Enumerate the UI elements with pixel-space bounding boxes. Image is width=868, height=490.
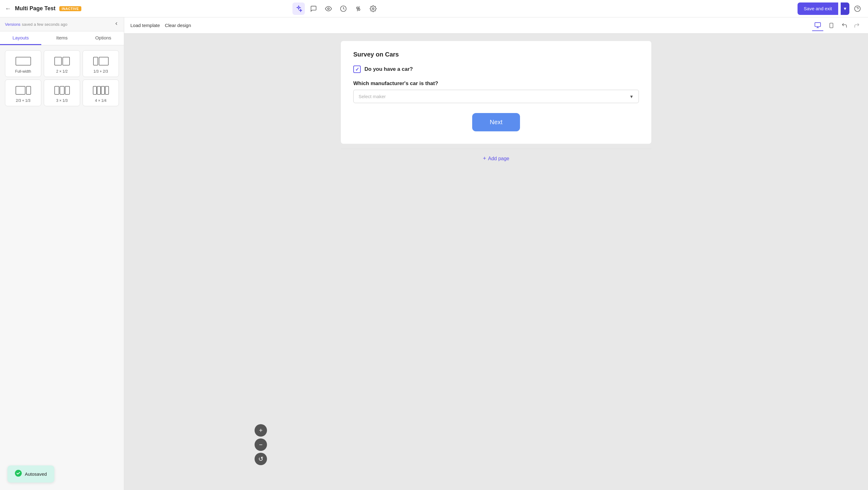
layout-full-width-label: Full-width xyxy=(15,69,31,73)
survey-page: Survey on Cars ✓ Do you have a car? Whic… xyxy=(341,41,651,144)
svg-rect-21 xyxy=(101,86,104,94)
tab-options[interactable]: Options xyxy=(83,31,124,45)
svg-rect-14 xyxy=(16,86,25,94)
mobile-view-button[interactable] xyxy=(826,20,837,31)
help-button[interactable] xyxy=(852,3,863,14)
content-toolbar: Load template Clear design xyxy=(124,18,868,34)
checkbox-check-icon: ✓ xyxy=(355,66,359,72)
svg-rect-23 xyxy=(815,22,820,26)
svg-point-2 xyxy=(356,7,358,9)
zoom-out-button[interactable]: − xyxy=(254,438,267,451)
sidebar-collapse-button[interactable] xyxy=(114,21,119,27)
svg-rect-15 xyxy=(26,86,31,94)
layout-1-3+2-3-icon xyxy=(92,56,110,67)
top-header: ← Multi Page Test INACTIVE xyxy=(0,0,868,18)
layout-3x1-3[interactable]: 3 × 1/3 xyxy=(44,80,80,106)
dropdown-arrow-icon: ▼ xyxy=(629,94,633,99)
svg-point-0 xyxy=(328,8,330,10)
layout-4x1-4-label: 4 × 1/4 xyxy=(95,98,106,103)
layout-2x1-2-label: 2 × 1/2 xyxy=(56,69,68,73)
canvas-inner: Survey on Cars ✓ Do you have a car? Whic… xyxy=(124,34,868,490)
survey-title: Survey on Cars xyxy=(353,51,639,58)
save-exit-button[interactable]: Save and exit xyxy=(798,2,838,15)
plus-icon: + xyxy=(483,155,486,162)
layout-grid: Full-width 2 × 1/2 xyxy=(0,45,124,111)
content-area: Load template Clear design xyxy=(124,18,868,490)
dropdown-question-label: Which manufacturer's car is that? xyxy=(353,81,639,87)
svg-rect-13 xyxy=(99,57,108,65)
layout-full-width-icon xyxy=(14,56,33,67)
history-icon-button[interactable] xyxy=(337,2,349,15)
layout-2x1-2[interactable]: 2 × 1/2 xyxy=(44,50,80,77)
desktop-view-button[interactable] xyxy=(812,20,823,31)
dropdown-select[interactable]: Select maker ▼ xyxy=(353,90,639,103)
layout-full-width[interactable]: Full-width xyxy=(5,50,41,77)
dropdown-placeholder: Select maker xyxy=(359,94,386,99)
sidebar-top: Versions saved a few seconds ago xyxy=(0,18,124,31)
dropdown-question-block: Which manufacturer's car is that? Select… xyxy=(353,81,639,103)
add-page-bar: + Add page xyxy=(341,149,651,168)
svg-rect-18 xyxy=(65,86,69,94)
layout-1-3+2-3-label: 1/3 + 2/3 xyxy=(93,69,108,73)
clear-design-button[interactable]: Clear design xyxy=(165,22,191,29)
checkbox-question-block: ✓ Do you have a car? xyxy=(353,65,639,73)
autosaved-check-icon xyxy=(15,470,22,478)
toolbar-left: Load template Clear design xyxy=(130,22,191,29)
svg-rect-9 xyxy=(16,57,31,65)
chat-icon-button[interactable] xyxy=(307,2,320,15)
canvas-scroll[interactable]: Survey on Cars ✓ Do you have a car? Whic… xyxy=(124,34,868,490)
svg-rect-16 xyxy=(55,86,59,94)
integration-icon-button[interactable] xyxy=(352,2,365,15)
sidebar-versions-info: Versions saved a few seconds ago xyxy=(5,22,67,27)
tab-items[interactable]: Items xyxy=(41,31,83,45)
undo-button[interactable] xyxy=(839,21,849,30)
load-template-button[interactable]: Load template xyxy=(130,22,160,29)
page-title: Multi Page Test xyxy=(15,5,56,12)
checkbox-input[interactable]: ✓ xyxy=(353,65,361,73)
eye-icon-button[interactable] xyxy=(322,2,335,15)
autosaved-toast: Autosaved xyxy=(7,465,54,483)
svg-rect-19 xyxy=(93,86,97,94)
layout-3x1-3-label: 3 × 1/3 xyxy=(56,98,68,103)
svg-point-3 xyxy=(358,9,360,10)
header-center-icons xyxy=(292,2,379,15)
tab-layouts[interactable]: Layouts xyxy=(0,31,41,45)
svg-rect-12 xyxy=(93,57,98,65)
layout-2-3+1-3[interactable]: 2/3 + 1/3 xyxy=(5,80,41,106)
svg-point-6 xyxy=(372,8,374,10)
versions-link[interactable]: Versions xyxy=(5,22,21,27)
layout-1-3+2-3[interactable]: 1/3 + 2/3 xyxy=(83,50,119,77)
layout-4x1-4-icon xyxy=(92,85,110,96)
add-page-label: Add page xyxy=(488,156,509,161)
svg-rect-11 xyxy=(63,57,69,65)
toolbar-right xyxy=(812,20,862,31)
svg-rect-10 xyxy=(55,57,61,65)
svg-rect-17 xyxy=(60,86,64,94)
main-layout: Versions saved a few seconds ago Layouts… xyxy=(0,18,868,490)
sidebar-tabs: Layouts Items Options xyxy=(0,31,124,45)
next-button[interactable]: Next xyxy=(472,113,520,131)
layout-4x1-4[interactable]: 4 × 1/4 xyxy=(83,80,119,106)
inactive-badge: INACTIVE xyxy=(59,6,81,11)
saved-text: saved a few seconds ago xyxy=(22,22,67,27)
settings-icon-button[interactable] xyxy=(367,2,379,15)
zoom-reset-button[interactable]: ↺ xyxy=(254,453,267,465)
layout-2x1-2-icon xyxy=(53,56,71,67)
back-button[interactable]: ← xyxy=(5,5,11,12)
layout-3x1-3-icon xyxy=(53,85,71,96)
zoom-controls: + − ↺ xyxy=(254,424,267,465)
layout-2-3+1-3-label: 2/3 + 1/3 xyxy=(16,98,30,103)
checkbox-question-label: Do you have a car? xyxy=(365,66,413,72)
add-page-button[interactable]: + Add page xyxy=(483,155,509,162)
autosaved-label: Autosaved xyxy=(25,471,47,477)
svg-rect-22 xyxy=(105,86,108,94)
zoom-in-button[interactable]: + xyxy=(254,424,267,437)
svg-rect-20 xyxy=(97,86,101,94)
save-exit-dropdown-button[interactable]: ▾ xyxy=(841,2,849,15)
magic-icon-button[interactable] xyxy=(292,2,305,15)
sidebar: Versions saved a few seconds ago Layouts… xyxy=(0,18,124,490)
redo-button[interactable] xyxy=(852,21,862,30)
layout-2-3+1-3-icon xyxy=(14,85,33,96)
next-button-wrapper: Next xyxy=(353,113,639,131)
header-right: Save and exit ▾ xyxy=(798,2,863,15)
